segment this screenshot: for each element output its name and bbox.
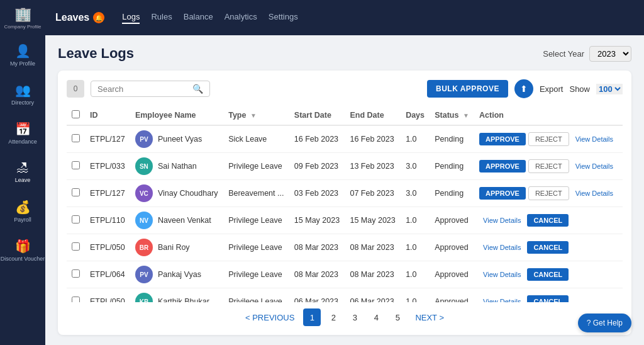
row-checkbox[interactable]: [72, 161, 80, 169]
nav-link-rules[interactable]: Rules: [151, 12, 172, 24]
prev-button[interactable]: < PREVIOUS: [240, 311, 299, 324]
view-details-button[interactable]: View Details: [479, 241, 525, 254]
cell-status: Approved: [430, 261, 474, 288]
cancel-button[interactable]: CANCEL: [527, 268, 569, 281]
cancel-button[interactable]: CANCEL: [527, 295, 569, 302]
leave-logs-card: 0 🔍 BULK APPROVE ⬆ Export Show 100 50 25: [58, 71, 631, 335]
cell-employee: NV Naveen Venkat: [130, 207, 223, 234]
cell-action: APPROVE REJECT View Details: [474, 180, 623, 207]
cell-action: APPROVE REJECT View Details: [474, 153, 623, 180]
row-checkbox[interactable]: [72, 215, 80, 223]
view-details-button[interactable]: View Details: [572, 187, 617, 200]
cell-type: Privilege Leave: [223, 234, 289, 261]
toolbar: 0 🔍 BULK APPROVE ⬆ Export Show 100 50 25: [67, 79, 623, 98]
view-details-button[interactable]: View Details: [479, 295, 525, 302]
search-input[interactable]: [97, 84, 189, 94]
sidebar-item-my-profile[interactable]: 👤 My Profile: [0, 35, 45, 74]
page-3[interactable]: 3: [346, 308, 364, 326]
sidebar-label-leave: Leave: [15, 177, 31, 183]
row-checkbox[interactable]: [72, 297, 80, 302]
type-filter-icon[interactable]: ▼: [250, 112, 257, 119]
cell-status: Approved: [430, 207, 474, 234]
cell-employee: VC Vinay Choudhary: [130, 180, 223, 207]
cell-id: ETPL/127: [85, 180, 130, 207]
cell-start-date: 08 Mar 2023: [289, 234, 345, 261]
cell-start-date: 15 May 2023: [289, 207, 345, 234]
view-details-button[interactable]: View Details: [572, 133, 617, 145]
nav-link-logs[interactable]: Logs: [122, 12, 140, 24]
cell-type: Privilege Leave: [223, 261, 289, 288]
select-all-checkbox[interactable]: [72, 110, 80, 118]
cell-employee: KB Karthik Bhukar: [130, 288, 223, 303]
company-label: Company Profile: [4, 24, 41, 30]
row-checkbox[interactable]: [72, 134, 80, 142]
page-1[interactable]: 1: [303, 308, 321, 326]
approve-button[interactable]: APPROVE: [479, 133, 526, 145]
avatar: PV: [135, 266, 153, 283]
attendance-icon: 📅: [15, 122, 31, 137]
avatar: PV: [135, 130, 153, 148]
get-help-button[interactable]: ? Get Help: [578, 314, 631, 332]
selection-count: 0: [67, 80, 84, 98]
page-2[interactable]: 2: [325, 308, 342, 326]
row-checkbox[interactable]: [72, 269, 80, 278]
export-icon-button[interactable]: ⬆: [514, 79, 533, 98]
reject-button[interactable]: REJECT: [528, 186, 569, 200]
cell-status: Pending: [430, 180, 474, 207]
page-5[interactable]: 5: [389, 308, 406, 326]
year-select-input[interactable]: 2023 2022 2021: [589, 46, 631, 62]
cell-action: View Details CANCEL: [474, 261, 623, 288]
employee-name: Vinay Choudhary: [158, 189, 218, 198]
sidebar-label-payroll: Payroll: [14, 217, 31, 223]
reject-button[interactable]: REJECT: [528, 159, 569, 173]
cell-start-date: 09 Feb 2023: [289, 153, 345, 180]
app-title: Leaves 🔔: [55, 12, 104, 23]
table-row: ETPL/110 NV Naveen Venkat Privilege Leav…: [67, 207, 623, 234]
next-button[interactable]: NEXT >: [410, 311, 449, 324]
nav-link-balance[interactable]: Balance: [184, 12, 213, 24]
col-id: ID: [85, 106, 130, 125]
row-checkbox[interactable]: [72, 188, 80, 196]
year-select-label: Select Year: [543, 49, 584, 59]
company-logo[interactable]: 🏢 Company Profile: [0, 0, 45, 35]
company-icon: 🏢: [14, 6, 31, 23]
cell-employee: PV Puneet Vyas: [130, 125, 223, 153]
col-start-date: Start Date: [289, 106, 345, 125]
cell-status: Approved: [430, 288, 474, 303]
sidebar-item-leave[interactable]: 🏖 Leave: [0, 152, 45, 191]
sidebar-item-directory[interactable]: 👥 Directory: [0, 74, 45, 113]
pagination: < PREVIOUS 1 2 3 4 5 NEXT >: [67, 308, 623, 326]
approve-button[interactable]: APPROVE: [479, 187, 526, 200]
get-help-label: ? Get Help: [587, 319, 623, 327]
sidebar-label-attendance: Attendance: [8, 139, 37, 145]
cell-days: 3.0: [401, 153, 430, 180]
cell-end-date: 15 May 2023: [345, 207, 401, 234]
row-checkbox[interactable]: [72, 242, 80, 251]
page-4[interactable]: 4: [367, 308, 385, 326]
view-details-button[interactable]: View Details: [479, 268, 525, 281]
bulk-approve-button[interactable]: BULK APPROVE: [427, 80, 508, 98]
cancel-button[interactable]: CANCEL: [527, 241, 569, 254]
nav-link-analytics[interactable]: Analytics: [225, 12, 257, 24]
employee-name: Karthik Bhukar: [158, 297, 209, 302]
show-count-select[interactable]: 100 50 25: [596, 84, 623, 94]
export-label[interactable]: Export: [540, 84, 564, 94]
cell-days: 1.0: [401, 261, 430, 288]
col-status: Status ▼: [430, 106, 474, 125]
view-details-button[interactable]: View Details: [479, 214, 525, 227]
nav-link-settings[interactable]: Settings: [269, 12, 298, 24]
employee-name: Naveen Venkat: [158, 216, 211, 225]
sidebar-item-discount-voucher[interactable]: 🎁 Discount Voucher: [0, 230, 45, 269]
cancel-button[interactable]: CANCEL: [527, 214, 569, 227]
approve-button[interactable]: APPROVE: [479, 160, 526, 172]
sidebar-item-attendance[interactable]: 📅 Attendance: [0, 113, 45, 152]
sidebar-item-payroll[interactable]: 💰 Payroll: [0, 191, 45, 230]
reject-button[interactable]: REJECT: [528, 132, 569, 146]
col-days: Days: [401, 106, 430, 125]
cell-days: 1.0: [401, 234, 430, 261]
profile-icon: 👤: [15, 43, 31, 59]
view-details-button[interactable]: View Details: [572, 160, 617, 172]
cell-end-date: 07 Feb 2023: [345, 180, 401, 207]
status-filter-icon[interactable]: ▼: [463, 112, 469, 119]
cell-id: ETPL/033: [85, 153, 130, 180]
